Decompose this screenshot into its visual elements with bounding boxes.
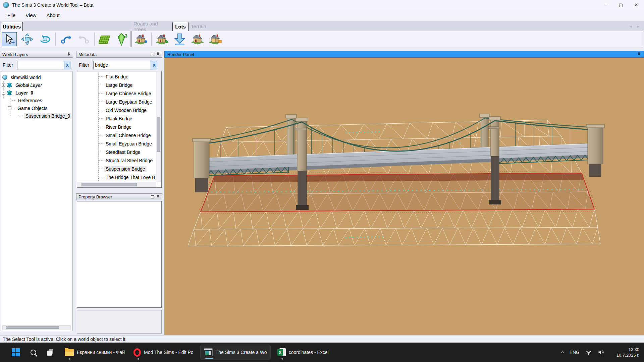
list-item[interactable]: The Bridge That Love B xyxy=(77,173,161,181)
language-indicator[interactable]: ENG xyxy=(570,350,580,355)
search-button[interactable] xyxy=(28,345,39,360)
taskbar-app-excel[interactable]: X coordinates - Excel xyxy=(274,345,332,360)
render-viewport[interactable] xyxy=(164,58,644,335)
layer-check-icon xyxy=(7,90,12,96)
edit-lot-button[interactable] xyxy=(155,32,169,46)
list-item[interactable]: Steadfast Bridge xyxy=(77,148,161,156)
world-icon xyxy=(2,75,7,80)
pin-icon[interactable] xyxy=(637,52,641,56)
tab-roads-and-trees[interactable]: Roads and Trees xyxy=(133,22,171,31)
menu-file[interactable]: File xyxy=(7,12,15,18)
place-lot-button[interactable] xyxy=(190,32,205,46)
world-layers-filter-clear-button[interactable]: X xyxy=(64,61,70,69)
window-title: The Sims 3 Create a World Tool – Beta xyxy=(12,2,93,8)
world-layers-filter-input[interactable] xyxy=(17,61,64,69)
speaker-icon[interactable] xyxy=(598,350,604,355)
tree-item-suspension-bridge-0[interactable]: Suspension Bridge_0 xyxy=(1,112,71,120)
metadata-footer-box xyxy=(77,310,162,334)
move-tool-button[interactable] xyxy=(20,32,35,46)
world-layers-hscrollbar[interactable] xyxy=(2,325,71,329)
taskbar-app-sims-caw[interactable]: The Sims 3 Create a Wo xyxy=(200,345,271,360)
pin-icon[interactable] xyxy=(156,52,160,56)
render-panel: Render Panel xyxy=(164,47,644,335)
tray-chevron-button[interactable]: ^ xyxy=(561,350,564,355)
grid-tool-button[interactable] xyxy=(98,32,112,46)
list-item[interactable]: River Bridge xyxy=(77,123,161,131)
minimize-button[interactable]: – xyxy=(598,0,613,10)
tree-item-global-layer[interactable]: + Global Layer xyxy=(1,81,71,89)
tree-item-game-objects[interactable]: − Game Objects xyxy=(1,104,71,112)
plumbob-icon: 3 xyxy=(117,33,129,46)
redo-icon xyxy=(78,33,90,45)
property-browser-content xyxy=(77,201,162,308)
list-item[interactable]: Large Egyptian Bridge xyxy=(77,98,161,106)
list-item[interactable]: Flat Bridge xyxy=(77,73,161,80)
tray-date: 10.7.2025 г. xyxy=(616,352,639,358)
add-lot-button[interactable] xyxy=(133,32,148,46)
tree-item-references[interactable]: References xyxy=(1,97,71,104)
running-indicator xyxy=(138,358,139,360)
maximize-button[interactable]: ▢ xyxy=(613,0,629,10)
filter-label: Filter xyxy=(3,62,13,68)
scrollbar-thumb[interactable] xyxy=(82,183,137,186)
wifi-icon[interactable] xyxy=(585,350,592,355)
float-icon[interactable] xyxy=(151,195,154,198)
taskbar-app-explorer[interactable]: Екранни снимки - Фай xyxy=(61,345,128,360)
taskbar-app-opera[interactable]: Mod The Sims - Edit Po xyxy=(130,345,197,360)
list-item[interactable]: Large Bridge xyxy=(77,81,161,89)
redo-button[interactable] xyxy=(76,32,91,46)
expand-icon[interactable]: + xyxy=(2,83,5,87)
metadata-filter-clear-button[interactable]: X xyxy=(151,61,157,69)
float-icon[interactable] xyxy=(151,53,154,56)
toolbar: 3 xyxy=(0,31,644,47)
rotate-tool-button[interactable] xyxy=(38,32,52,46)
list-item[interactable]: Small Egyptian Bridge xyxy=(77,140,161,147)
list-item[interactable]: Large Chinese Bridge xyxy=(77,89,161,97)
metadata-filter-input[interactable] xyxy=(93,61,151,69)
clock[interactable]: 12:30 10.7.2025 г. xyxy=(616,343,639,362)
collapse-icon[interactable]: − xyxy=(8,106,11,110)
toolbar-separator xyxy=(94,33,95,46)
status-text: The Select Tool is active. Click on a wo… xyxy=(3,337,126,342)
scrollbar-thumb[interactable] xyxy=(157,117,160,152)
tab-terrain[interactable]: Terrain xyxy=(190,22,207,31)
plumbob-tool-button[interactable]: 3 xyxy=(115,32,130,46)
select-tool-button[interactable] xyxy=(2,32,17,46)
statusbar: The Select Tool is active. Click on a wo… xyxy=(0,335,644,343)
tree-item-layer0[interactable]: − Layer_0 xyxy=(1,89,71,97)
metadata-vscrollbar[interactable] xyxy=(156,72,161,182)
pin-icon[interactable] xyxy=(156,195,160,199)
start-button[interactable] xyxy=(9,345,23,360)
list-item-selected[interactable]: Suspension Bridge xyxy=(77,165,161,173)
undo-button[interactable] xyxy=(59,32,73,46)
scrollbar-thumb[interactable] xyxy=(6,326,59,329)
tree-item-world[interactable]: simswiki.world xyxy=(1,73,71,81)
metadata-hscrollbar[interactable] xyxy=(77,182,156,187)
windows-logo-icon xyxy=(12,348,20,356)
tab-lots[interactable]: Lots xyxy=(172,22,189,31)
list-item[interactable]: Old Wooden Bridge xyxy=(77,106,161,114)
house-icon xyxy=(191,33,204,46)
opera-icon xyxy=(133,348,141,357)
close-button[interactable]: ✕ xyxy=(629,0,644,10)
select-arrow-icon xyxy=(4,34,15,45)
task-view-button[interactable] xyxy=(44,345,57,360)
list-item[interactable]: Plank Bridge xyxy=(77,115,161,122)
tabstrip: Utilities Roads and Trees Lots Terrain ◂… xyxy=(0,21,644,31)
down-arrow-icon xyxy=(174,33,186,46)
svg-text:3: 3 xyxy=(125,33,127,39)
lots-toolbar xyxy=(131,31,644,47)
house-plus-icon xyxy=(134,33,148,46)
pin-icon[interactable] xyxy=(67,52,71,56)
metadata-title: Metadata xyxy=(78,52,97,57)
list-item[interactable]: Structural Steel Bridge xyxy=(77,157,161,164)
import-lot-button[interactable] xyxy=(172,32,187,46)
house-edit-icon xyxy=(155,33,169,46)
tab-utilities[interactable]: Utilities xyxy=(1,22,23,31)
menu-about[interactable]: About xyxy=(46,12,59,18)
menu-view[interactable]: View xyxy=(25,12,36,18)
list-item[interactable]: Small Chinese Bridge xyxy=(77,131,161,139)
copy-lot-button[interactable] xyxy=(208,32,223,46)
tab-pager-arrows[interactable]: ◂ ▸ xyxy=(630,24,641,29)
collapse-icon[interactable]: − xyxy=(2,91,5,95)
